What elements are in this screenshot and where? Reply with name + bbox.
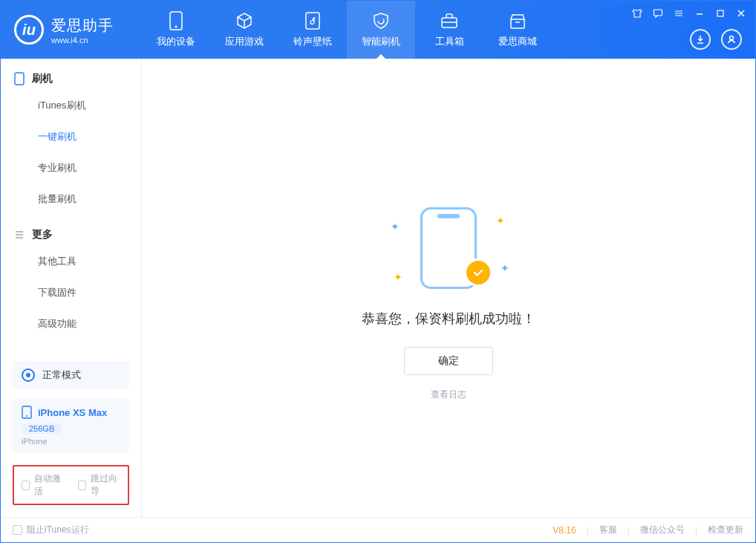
app-url: www.i4.cn: [51, 36, 114, 45]
block-itunes-label: 阻止iTunes运行: [27, 524, 89, 536]
header-right-buttons: [690, 29, 742, 50]
sidebar: 刷机 iTunes刷机 一键刷机 专业刷机 批量刷机 更多 其他工具 下载固件 …: [1, 59, 142, 517]
logo-text: 爱思助手 www.i4.cn: [51, 16, 114, 45]
sparkle-icon: ✦: [501, 262, 509, 274]
check-badge-icon: [466, 261, 490, 284]
sidebar-group1-title: 刷机: [32, 72, 53, 85]
cube-icon: [235, 11, 254, 30]
nav-label: 爱思商城: [498, 35, 537, 48]
maximize-button[interactable]: [711, 5, 730, 22]
sparkle-icon: ✦: [394, 271, 403, 283]
device-icon: [166, 11, 186, 30]
toolbox-icon: [440, 11, 459, 30]
success-illustration: ✦ ✦ ✦ ✦: [397, 207, 501, 289]
shop-icon: [508, 11, 527, 30]
auto-activate-label: 自动激活: [34, 472, 64, 498]
status-bar: 阻止iTunes运行 V8.16 | 客服 | 微信公众号 | 检查更新: [1, 517, 755, 542]
device-phone-icon: [22, 406, 32, 419]
phone-outline-icon: [14, 72, 25, 85]
svg-point-6: [730, 36, 734, 40]
logo-area: iu 爱思助手 www.i4.cn: [1, 1, 127, 59]
success-message: 恭喜您，保资料刷机成功啦！: [362, 310, 535, 328]
checkbox-icon: [78, 481, 86, 490]
wechat-link[interactable]: 微信公众号: [640, 524, 685, 536]
mode-indicator-icon: [22, 368, 35, 382]
download-button[interactable]: [690, 29, 711, 50]
title-bar: iu 爱思助手 www.i4.cn 我的设备 应用游戏: [1, 1, 755, 59]
nav-ringtone-wallpaper[interactable]: 铃声壁纸: [278, 1, 347, 59]
checkbox-icon: [13, 525, 22, 535]
checkbox-block-itunes[interactable]: 阻止iTunes运行: [13, 524, 89, 536]
window-controls: [628, 5, 751, 22]
checkbox-skip-guide[interactable]: 跳过向导: [78, 472, 121, 498]
nav-toolbox[interactable]: 工具箱: [415, 1, 483, 59]
body-area: 刷机 iTunes刷机 一键刷机 专业刷机 批量刷机 更多 其他工具 下载固件 …: [1, 59, 755, 517]
main-content: ✦ ✦ ✦ ✦ 恭喜您，保资料刷机成功啦！ 确定 查看日志: [142, 59, 755, 517]
sidebar-item-pro-flash[interactable]: 专业刷机: [1, 152, 141, 183]
close-button[interactable]: [731, 5, 751, 22]
nav-label: 工具箱: [435, 35, 464, 48]
app-name: 爱思助手: [51, 16, 114, 36]
music-file-icon: [303, 11, 322, 30]
nav-my-device[interactable]: 我的设备: [142, 1, 210, 59]
sidebar-group2-title: 更多: [32, 228, 53, 241]
minimize-button[interactable]: [690, 5, 709, 22]
sidebar-item-other-tools[interactable]: 其他工具: [1, 246, 141, 277]
sparkle-icon: ✦: [391, 221, 400, 233]
version-label: V8.16: [553, 525, 576, 536]
customer-service-link[interactable]: 客服: [599, 524, 617, 536]
logo-icon: iu: [14, 15, 44, 45]
nav-label: 应用游戏: [225, 35, 264, 48]
check-update-link[interactable]: 检查更新: [708, 524, 743, 536]
checkbox-auto-activate[interactable]: 自动激活: [22, 472, 65, 498]
list-icon: [14, 230, 25, 240]
app-window: iu 爱思助手 www.i4.cn 我的设备 应用游戏: [0, 0, 756, 543]
device-name: iPhone XS Max: [38, 407, 107, 418]
main-nav: 我的设备 应用游戏 铃声壁纸 智能刷机: [142, 1, 552, 59]
device-card[interactable]: iPhone XS Max 256GB iPhone: [13, 398, 129, 453]
device-type: iPhone: [22, 437, 120, 446]
svg-point-9: [26, 415, 27, 417]
sidebar-group-more: 更多 其他工具 下载固件 高级功能: [1, 215, 141, 339]
nav-store[interactable]: 爱思商城: [483, 1, 552, 59]
sidebar-header-more: 更多: [1, 228, 141, 246]
menu-icon[interactable]: [669, 5, 688, 22]
mode-card[interactable]: 正常模式: [13, 361, 129, 389]
nav-label: 我的设备: [157, 35, 195, 48]
nav-smart-flash[interactable]: 智能刷机: [347, 1, 415, 59]
checkbox-icon: [22, 481, 30, 490]
nav-apps-games[interactable]: 应用游戏: [210, 1, 278, 59]
sidebar-item-download-firmware[interactable]: 下载固件: [1, 277, 141, 308]
view-log-link[interactable]: 查看日志: [431, 388, 466, 401]
sidebar-item-batch-flash[interactable]: 批量刷机: [1, 183, 141, 215]
sidebar-item-advanced[interactable]: 高级功能: [1, 308, 141, 339]
svg-rect-4: [654, 10, 662, 16]
nav-label: 铃声壁纸: [293, 35, 332, 48]
sparkle-icon: ✦: [496, 215, 505, 227]
skip-guide-label: 跳过向导: [91, 472, 120, 498]
nav-label: 智能刷机: [362, 35, 400, 48]
svg-point-1: [175, 26, 177, 28]
refresh-shield-icon: [371, 11, 391, 30]
shirt-icon[interactable]: [628, 5, 647, 22]
feedback-icon[interactable]: [648, 5, 668, 22]
sidebar-header-flash: 刷机: [1, 72, 141, 90]
sidebar-item-oneclick-flash[interactable]: 一键刷机: [1, 121, 141, 152]
flash-options-box: 自动激活 跳过向导: [13, 465, 129, 505]
sidebar-group-flash: 刷机 iTunes刷机 一键刷机 专业刷机 批量刷机: [1, 59, 141, 215]
mode-label: 正常模式: [42, 368, 81, 382]
user-button[interactable]: [721, 29, 742, 50]
device-capacity: 256GB: [22, 423, 62, 434]
svg-rect-5: [717, 10, 723, 16]
sidebar-item-itunes-flash[interactable]: iTunes刷机: [1, 90, 141, 121]
svg-rect-7: [15, 73, 24, 85]
ok-button[interactable]: 确定: [404, 347, 493, 375]
